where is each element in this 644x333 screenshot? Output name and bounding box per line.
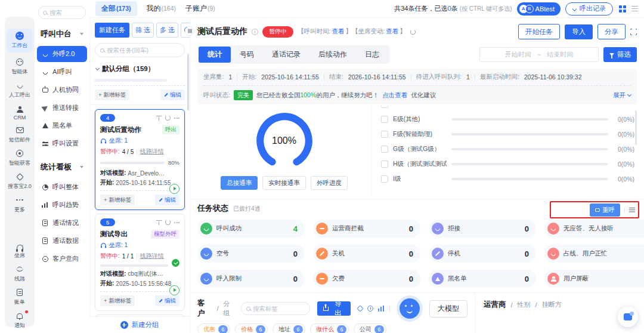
rail-item-seat[interactable]: 坐席 (7, 242, 33, 260)
tab-follow-actions[interactable]: 后续动作 (309, 47, 356, 63)
tab-all-tasks[interactable]: 全部(173) (95, 1, 137, 16)
floating-assistant-button[interactable] (618, 307, 638, 327)
tag-search[interactable] (241, 302, 310, 315)
checkbox[interactable] (381, 146, 388, 153)
refresh-icon[interactable] (165, 115, 171, 121)
pin-icon[interactable] (156, 115, 162, 121)
crumb-hangup-side[interactable]: 挂断方 (542, 300, 562, 309)
nav-item-customer-intent[interactable]: 客户意向 (37, 251, 87, 267)
rail-item-line[interactable]: 线路 (7, 265, 33, 283)
rail-item-manual-call[interactable]: 人工呼出 (7, 81, 33, 99)
nav-item-call-settings[interactable]: 呼叫设置 (37, 135, 87, 152)
tag-chip-company[interactable]: 公司6 (354, 323, 386, 333)
crumb-gender[interactable]: 性别 (518, 300, 531, 309)
rail-item-sms-mail[interactable]: 短信邮件 (7, 126, 33, 144)
line-detail-link[interactable]: 线路详情 (140, 252, 164, 260)
fullscreen-icon[interactable] (630, 29, 637, 35)
task-card-5[interactable]: 5 测试导出 模型外呼 坐席: 1 暂停中: 1 / 1 | 线路详情 对话模型 (95, 214, 185, 311)
tag-chip-address[interactable]: 地址6 (273, 323, 305, 333)
refresh-icon[interactable] (410, 29, 416, 35)
ai-assistant-button[interactable] (400, 298, 420, 319)
nav-search-input[interactable] (49, 9, 81, 16)
abtest-button[interactable]: A B ABtest (517, 2, 561, 16)
click-view-link[interactable]: 点击查看 (382, 91, 407, 100)
date-range-picker[interactable]: 开始时间 ~ 结束时间 (479, 47, 599, 62)
nav-item-push-transfer[interactable]: 推送转接 (37, 100, 87, 116)
tab-my-tasks[interactable]: 我的(164) (147, 4, 177, 14)
share-button[interactable]: 分享 (597, 24, 626, 39)
label-icon[interactable] (357, 305, 363, 312)
tag-chip-discount[interactable]: 优惠6 (197, 323, 230, 333)
new-group-button[interactable]: 新建分组 (89, 316, 190, 333)
nav-item-blacklist[interactable]: 黑名单 (37, 118, 87, 134)
add-tag-button[interactable]: + 新增标签 (100, 195, 135, 205)
call-time-view-link[interactable]: 查看 (332, 27, 344, 36)
nav-item-call-overview[interactable]: 呼叫整体 (37, 179, 87, 195)
card-view-icon[interactable] (619, 5, 622, 8)
rail-item-bill[interactable]: 账单 (7, 288, 33, 306)
group-default[interactable]: 默认分组（159） (95, 63, 185, 77)
rail-item-more[interactable]: 更多 (7, 196, 33, 214)
expand-toggle[interactable]: 展开 (613, 91, 631, 100)
seat-change-view-link[interactable]: 查看 (386, 27, 398, 36)
nav-section-stats-board[interactable]: 统计看板 (37, 153, 87, 177)
panel-collapse-handle[interactable] (185, 26, 194, 36)
nav-item-ai-call[interactable]: AI呼叫 (37, 64, 87, 80)
nav-item-call-trend[interactable]: 呼叫趋势 (37, 197, 87, 213)
rail-item-agent[interactable]: 智能体 (7, 58, 33, 76)
checkbox[interactable] (381, 131, 388, 138)
crumb-customer[interactable]: 客户 (197, 298, 212, 319)
checkbox[interactable] (381, 161, 388, 168)
tab-call-records[interactable]: 通话记录 (263, 47, 309, 63)
rail-item-notification[interactable]: 通知 (7, 312, 33, 329)
outbound-record-button[interactable]: 呼出记录 (565, 2, 613, 16)
tab-logs[interactable]: 日志 (356, 47, 388, 63)
scrollbar[interactable] (635, 110, 637, 145)
clock-icon[interactable] (367, 306, 373, 312)
task-search-input[interactable] (107, 47, 179, 54)
more-icon[interactable] (174, 118, 179, 119)
edit-button[interactable]: 编辑 (160, 90, 185, 100)
crumb-group[interactable]: 分组 (224, 300, 237, 317)
multi-select-button[interactable]: 多 选 (156, 23, 178, 38)
tab-sub-account[interactable]: 子账户(9) (185, 4, 215, 14)
chart-icon[interactable] (378, 306, 385, 312)
add-tag-button[interactable]: + 新增标签 (100, 295, 135, 306)
rail-item-crm[interactable]: CRM (7, 104, 33, 121)
line-detail-link[interactable]: 线路详情 (140, 147, 164, 156)
task-card-4[interactable]: 4 测试后置动作 呼出 坐席: 1 暂停中: 4 / 5 | 线路详情 80% … (95, 109, 185, 210)
import-button[interactable]: 导入 (565, 24, 593, 39)
tab-numbers[interactable]: 号码 (231, 47, 263, 63)
menu-icon[interactable] (629, 208, 635, 209)
realtime-connect-rate-button[interactable]: 实时接通率 (262, 176, 306, 190)
edit-button[interactable]: 编辑 (155, 195, 179, 205)
play-button[interactable] (169, 184, 179, 194)
export-button[interactable]: 导出 (317, 301, 351, 316)
nav-item-outbound2[interactable]: 外呼2.0 (37, 46, 87, 62)
checkbox[interactable] (381, 116, 388, 123)
info-icon[interactable] (252, 29, 258, 35)
filter-button[interactable]: 筛 选 (132, 23, 154, 38)
nav-item-call-data[interactable]: 通话数据 (37, 233, 87, 249)
nav-section-call-center[interactable]: 呼叫中台 (37, 26, 87, 44)
add-tag-button[interactable]: + 新增标签 (95, 90, 129, 100)
checkbox[interactable] (381, 106, 388, 108)
scrollbar[interactable] (187, 54, 190, 110)
new-task-button[interactable]: 新建任务 (95, 23, 129, 38)
more-icon[interactable] (174, 222, 179, 223)
big-model-button[interactable]: 大模型 (429, 300, 467, 317)
pin-icon[interactable] (156, 220, 162, 226)
start-task-button[interactable]: 开始任务 (518, 24, 560, 39)
edit-button[interactable]: 编辑 (155, 295, 179, 306)
tag-chip-what[interactable]: 做什么6 (310, 323, 349, 333)
rail-item-lead-gen[interactable]: 智能获客 (7, 149, 33, 167)
play-button[interactable] (169, 285, 179, 295)
nav-item-call-situation[interactable]: 通话情况 (37, 215, 87, 231)
crumb-operator[interactable]: 运营商 (484, 300, 506, 310)
checkbox[interactable] (381, 175, 388, 183)
rail-item-soukebao[interactable]: 搜客宝2.0 (7, 172, 33, 190)
nav-item-human-machine[interactable]: 人机协同 (37, 82, 87, 98)
refresh-icon[interactable] (165, 220, 171, 225)
tag-search-input[interactable] (253, 305, 305, 312)
total-connect-rate-button[interactable]: 总接通率 (221, 176, 258, 190)
